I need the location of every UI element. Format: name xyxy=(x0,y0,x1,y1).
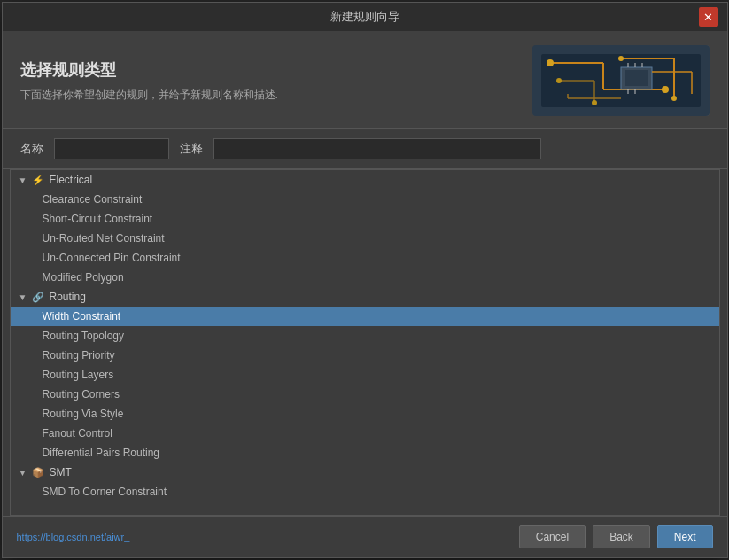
dialog-window: 新建规则向导 ✕ 选择规则类型 下面选择你希望创建的规则，并给予新规则名称和描述… xyxy=(2,2,728,558)
corners-label: Routing Corners xyxy=(43,388,120,401)
next-button[interactable]: Next xyxy=(657,525,713,548)
item-fanout[interactable]: Fanout Control xyxy=(11,424,719,443)
item-clearance[interactable]: Clearance Constraint xyxy=(11,190,719,209)
header-title: 选择规则类型 xyxy=(20,59,532,81)
electrical-icon: ⚡ xyxy=(32,175,44,186)
item-diffpairs[interactable]: Differential Pairs Routing xyxy=(11,443,719,463)
polygon-label: Modified Polygon xyxy=(43,271,124,284)
header-section: 选择规则类型 下面选择你希望创建的规则，并给予新规则名称和描述. xyxy=(3,31,727,129)
item-shortcircuit[interactable]: Short-Circuit Constraint xyxy=(11,209,719,229)
url-label: https://blog.csdn.net/aiwr_ xyxy=(17,532,130,542)
tree-container[interactable]: ▼ ⚡ Electrical Clearance Constraint Shor… xyxy=(10,169,720,516)
header-text: 选择规则类型 下面选择你希望创建的规则，并给予新规则名称和描述. xyxy=(20,59,532,103)
comment-label: 注释 xyxy=(180,141,203,157)
cancel-button[interactable]: Cancel xyxy=(519,525,586,548)
diffpairs-label: Differential Pairs Routing xyxy=(43,447,160,459)
footer-section: https://blog.csdn.net/aiwr_ Cancel Back … xyxy=(3,516,727,557)
width-label: Width Constraint xyxy=(43,310,121,323)
svg-point-13 xyxy=(556,78,562,83)
name-label: 名称 xyxy=(20,141,43,157)
clearance-label: Clearance Constraint xyxy=(43,193,143,206)
category-smt[interactable]: ▼ 📦 SMT xyxy=(11,463,719,482)
svg-point-14 xyxy=(592,100,597,105)
item-smtcorner[interactable]: SMD To Corner Constraint xyxy=(11,482,719,502)
back-button[interactable]: Back xyxy=(593,525,650,548)
item-corners[interactable]: Routing Corners xyxy=(11,385,719,404)
expand-icon-smt: ▼ xyxy=(18,468,28,478)
item-layers[interactable]: Routing Layers xyxy=(11,365,719,385)
category-electrical-label: Electrical xyxy=(50,174,93,186)
header-subtitle: 下面选择你希望创建的规则，并给予新规则名称和描述. xyxy=(20,88,532,103)
topology-label: Routing Topology xyxy=(43,330,125,342)
unrouted-label: Un-Routed Net Constraint xyxy=(43,232,165,245)
unconnected-label: Un-Connected Pin Constraint xyxy=(43,252,181,264)
shortcircuit-label: Short-Circuit Constraint xyxy=(43,213,153,225)
item-width[interactable]: Width Constraint xyxy=(11,307,719,326)
layers-label: Routing Layers xyxy=(43,369,114,381)
item-priority[interactable]: Routing Priority xyxy=(11,346,719,365)
expand-icon-routing: ▼ xyxy=(18,292,28,302)
dialog-title: 新建规则向导 xyxy=(31,9,699,25)
item-polygon[interactable]: Modified Polygon xyxy=(11,268,719,287)
category-smt-label: SMT xyxy=(50,466,72,478)
svg-point-9 xyxy=(547,59,554,66)
item-topology[interactable]: Routing Topology xyxy=(11,326,719,346)
title-bar: 新建规则向导 ✕ xyxy=(3,3,727,31)
category-routing-label: Routing xyxy=(50,291,86,303)
category-electrical[interactable]: ▼ ⚡ Electrical xyxy=(11,170,719,190)
comment-input[interactable] xyxy=(213,138,541,159)
smtcorner-label: SMD To Corner Constraint xyxy=(43,486,167,498)
svg-rect-16 xyxy=(625,70,648,86)
category-routing[interactable]: ▼ 🔗 Routing xyxy=(11,287,719,307)
item-viastyle[interactable]: Routing Via Style xyxy=(11,404,719,424)
name-input[interactable] xyxy=(54,138,169,159)
svg-point-10 xyxy=(662,86,669,93)
expand-icon-electrical: ▼ xyxy=(18,175,28,185)
item-unconnected[interactable]: Un-Connected Pin Constraint xyxy=(11,248,719,268)
priority-label: Routing Priority xyxy=(43,349,115,362)
header-pcb-image xyxy=(532,45,710,116)
smt-icon: 📦 xyxy=(32,467,44,478)
item-unrouted[interactable]: Un-Routed Net Constraint xyxy=(11,229,719,248)
close-button[interactable]: ✕ xyxy=(699,7,718,27)
svg-point-12 xyxy=(671,96,677,101)
svg-point-11 xyxy=(618,56,624,61)
viastyle-label: Routing Via Style xyxy=(43,408,124,420)
fanout-label: Fanout Control xyxy=(43,427,112,439)
form-section: 名称 注释 xyxy=(3,129,727,169)
routing-icon: 🔗 xyxy=(32,292,44,303)
tree-section: ▼ ⚡ Electrical Clearance Constraint Shor… xyxy=(10,169,720,516)
